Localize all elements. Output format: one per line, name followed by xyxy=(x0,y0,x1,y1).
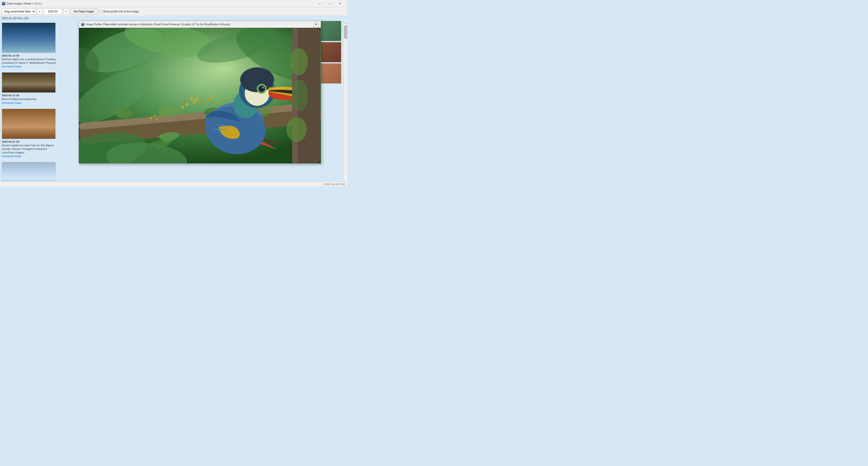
image-desc-1: Northern lights over a stranded boat in … xyxy=(2,57,59,65)
list-item: 2022-01-12 US Mount Fanjing zhuxiaophoto… xyxy=(2,72,59,104)
toolbar: bing.com(United States) bing.com(China) … xyxy=(0,7,347,16)
svg-point-17 xyxy=(201,100,203,102)
image-list-panel: 2022-01-13 US Northern lights over a str… xyxy=(0,21,61,182)
modal-image-area[interactable] xyxy=(79,28,321,163)
svg-point-11 xyxy=(158,106,180,117)
thumbnail-4[interactable] xyxy=(2,162,56,182)
modal-header: 📷 Image Profile: Plate-billed mountain t… xyxy=(79,21,321,28)
prev-button[interactable]: < xyxy=(37,8,42,14)
svg-point-29 xyxy=(159,116,161,118)
svg-point-21 xyxy=(207,99,210,101)
window-controls: — □ ✕ xyxy=(314,0,345,7)
modal-close-button[interactable]: ✕ xyxy=(313,22,318,27)
modal-title: Image Profile: Plate-billed mountain tou… xyxy=(86,23,313,26)
app-icon: 📷 xyxy=(2,2,5,5)
svg-point-25 xyxy=(215,101,218,104)
download-link-2[interactable]: Download Image xyxy=(2,101,21,104)
svg-point-42 xyxy=(292,80,308,112)
list-item: 2022-01-07 US Nazaré Lighthouse atop For… xyxy=(2,109,59,158)
show-profile-label[interactable]: Show profile info in the image. xyxy=(99,10,140,13)
svg-point-28 xyxy=(156,118,158,120)
thumbnail-1[interactable] xyxy=(2,23,56,53)
app-title: Daily Images Viewer + v1.4.1 xyxy=(7,2,314,5)
svg-point-27 xyxy=(153,115,156,117)
svg-point-19 xyxy=(204,102,206,105)
svg-point-38 xyxy=(262,87,264,88)
image-desc-3: Nazaré Lighthouse atop Forte de São Migu… xyxy=(2,144,59,154)
svg-point-14 xyxy=(195,99,197,101)
svg-point-43 xyxy=(286,117,307,142)
image-desc-2: Mount Fanjing zhuxiaophotog... xyxy=(2,97,59,101)
svg-point-10 xyxy=(115,109,133,118)
scroll-thumb[interactable] xyxy=(344,25,347,39)
list-item: 2022-01-06 US Kochelsee and frost trees … xyxy=(2,162,59,182)
minimize-button[interactable]: — xyxy=(314,0,324,7)
image-profile-modal: 📷 Image Profile: Plate-billed mountain t… xyxy=(79,21,321,164)
title-bar: 📷 Daily Images Viewer + v1.4.1 — □ ✕ xyxy=(0,0,347,7)
image-date-2: 2022-01-12 US xyxy=(2,94,59,97)
svg-point-41 xyxy=(290,48,308,75)
image-date-3: 2022-01-07 US xyxy=(2,140,59,144)
svg-point-15 xyxy=(197,97,199,99)
modal-icon: 📷 xyxy=(81,23,84,26)
svg-point-23 xyxy=(181,105,184,108)
download-link-1[interactable]: Download Image xyxy=(2,65,21,68)
status-bar: 2022-01 (19 Pics, US) xyxy=(0,16,347,21)
copyright-text: © 2021 by SLITSoft xyxy=(323,183,345,186)
next-button[interactable]: > xyxy=(63,8,69,14)
list-item: 2022-01-13 US Northern lights over a str… xyxy=(2,23,59,68)
status-text: 2022-01 (19 Pics, US) xyxy=(2,17,29,20)
close-button[interactable]: ✕ xyxy=(335,0,345,7)
svg-point-18 xyxy=(190,98,193,100)
svg-point-24 xyxy=(211,97,213,99)
svg-point-20 xyxy=(186,103,188,106)
show-profile-checkbox[interactable] xyxy=(99,10,102,13)
region-select[interactable]: bing.com(United States) bing.com(China) … xyxy=(2,8,36,14)
thumbnail-3[interactable] xyxy=(2,109,56,139)
toucan-svg xyxy=(79,28,321,163)
main-scrollbar: ▲ xyxy=(344,21,347,182)
thumbnail-2[interactable] xyxy=(2,72,56,93)
date-input[interactable] xyxy=(44,8,62,14)
bottom-bar: © 2021 by SLITSoft xyxy=(0,182,347,186)
get-daily-images-button[interactable]: Get Daily Images xyxy=(70,8,98,14)
scroll-up-button[interactable]: ▲ xyxy=(344,21,347,24)
svg-point-22 xyxy=(184,100,186,102)
maximize-button[interactable]: □ xyxy=(324,0,335,7)
svg-point-26 xyxy=(150,117,152,119)
download-link-3[interactable]: Download Image xyxy=(2,155,21,157)
image-date-1: 2022-01-13 US xyxy=(2,54,59,57)
svg-point-16 xyxy=(193,101,195,104)
